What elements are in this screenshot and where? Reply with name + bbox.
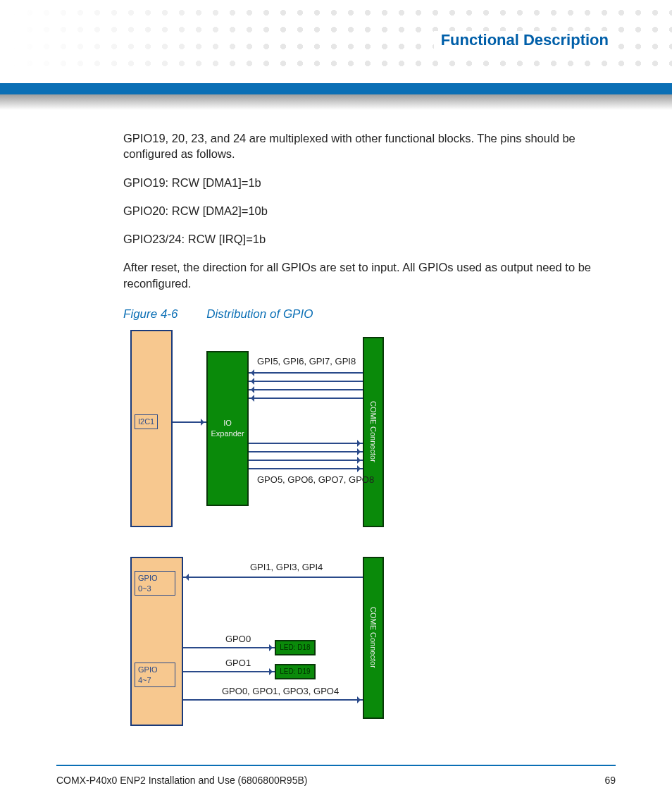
paragraph: GPIO19: RCW [DMA1]=1b — [123, 175, 616, 190]
paragraph: GPIO19, 20, 23, and 24 are multiplexed w… — [123, 130, 616, 162]
arrow-gpo — [249, 468, 363, 469]
footer-page-number: 69 — [604, 775, 616, 786]
paragraph: GPIO20: RCW [DMA2]=10b — [123, 203, 616, 218]
header-gray-fade — [0, 94, 672, 110]
arrow-gpo — [249, 443, 363, 444]
section-header: Functional Description — [434, 31, 616, 49]
paragraph: GPIO23/24: RCW [IRQ]=1b — [123, 231, 616, 247]
header-blue-bar — [0, 83, 672, 94]
label-gpo-signals: GPO5, GPO6, GPO7, GPO8 — [257, 474, 374, 486]
block-come-connector: COME Connector — [363, 337, 384, 527]
label-come-connector: COME Connector — [368, 607, 379, 668]
block-led-d19: LED: D19 — [275, 664, 316, 679]
block-led-d18: LED: D18 — [275, 640, 316, 655]
label-gpo0: GPO0 — [225, 633, 251, 646]
arrow-gpo1 — [183, 671, 275, 672]
label-gpio-4-7: GPIO 4~7 — [135, 663, 175, 688]
arrow-gpi-in — [183, 577, 363, 578]
figure-title: Distribution of GPIO — [206, 307, 313, 321]
footer-doc-title: COMX-P40x0 ENP2 Installation and Use (68… — [56, 775, 307, 786]
block-come-connector: COME Connector — [363, 557, 384, 719]
arrow-gpo-out — [183, 699, 363, 701]
arrow-gpi — [249, 398, 363, 399]
label-io-expander: IO Expander — [208, 418, 247, 439]
label-gpio-0-3: GPIO 0~3 — [135, 571, 175, 596]
label-gpi-in: GPI1, GPI3, GPI4 — [250, 561, 323, 574]
label-gpo-out: GPO0, GPO1, GPO3, GPO4 — [222, 685, 339, 698]
arrow-gpo — [249, 460, 363, 461]
arrow-gpi — [249, 372, 363, 374]
diagram-gpio-top: I2C1 IO Expander COME Connector GPI5, GP… — [130, 330, 525, 541]
page-content: GPIO19, 20, 23, and 24 are multiplexed w… — [123, 130, 616, 740]
label-gpi-signals: GPI5, GPI6, GPI7, GPI8 — [257, 355, 356, 368]
arrow-gpi — [249, 381, 363, 382]
arrow-gpo0 — [183, 647, 275, 648]
label-gpo1: GPO1 — [225, 657, 251, 670]
header-dot-fade — [0, 0, 282, 70]
arrow-gpi — [249, 389, 363, 390]
block-io-expander: IO Expander — [206, 351, 249, 506]
paragraph: After reset, the direction for all GPIOs… — [123, 259, 616, 291]
figure-number: Figure 4-6 — [123, 307, 178, 321]
label-i2c1: I2C1 — [135, 414, 158, 429]
figure-caption: Figure 4-6 Distribution of GPIO — [123, 307, 616, 323]
label-come-connector: COME Connector — [368, 401, 379, 462]
arrow-gpo — [249, 451, 363, 452]
diagram-gpio-bottom: GPIO 0~3 GPIO 4~7 COME Connector GPI1, G… — [130, 557, 525, 740]
arrow-i2c1 — [173, 421, 206, 423]
footer-divider — [56, 765, 616, 766]
